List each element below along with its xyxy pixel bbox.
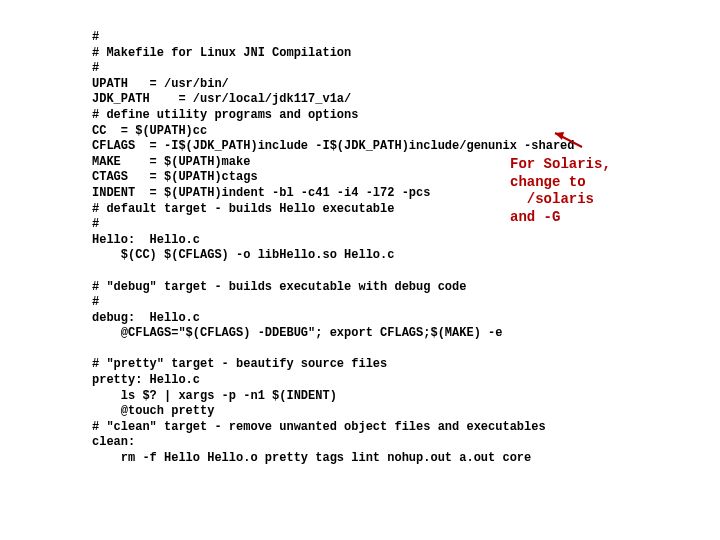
solaris-annotation: For Solaris, change to /solaris and -G	[510, 156, 611, 226]
annotation-text: For Solaris, change to /solaris and -G	[510, 156, 611, 225]
code-text: # # Makefile for Linux JNI Compilation #…	[92, 30, 574, 465]
makefile-code: # # Makefile for Linux JNI Compilation #…	[92, 30, 574, 467]
